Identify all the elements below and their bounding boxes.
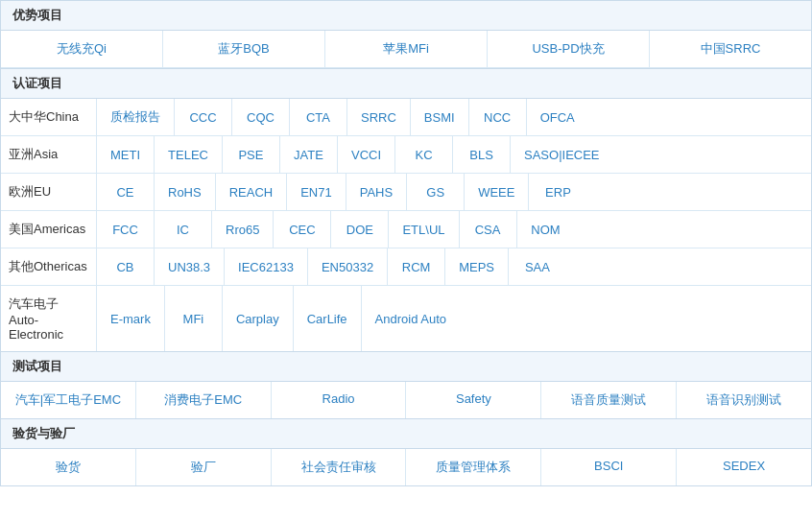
- cert-item[interactable]: SAA: [509, 248, 566, 285]
- cert-item[interactable]: GS: [407, 174, 465, 210]
- cert-item[interactable]: ERP: [529, 174, 586, 210]
- cert-row-label: 亚洲Asia: [1, 136, 97, 173]
- cert-item[interactable]: OFCA: [527, 99, 588, 135]
- cert-item[interactable]: PSE: [223, 136, 280, 173]
- advantage-item[interactable]: 苹果MFi: [325, 31, 488, 67]
- cert-item[interactable]: EN50332: [308, 248, 388, 285]
- certification-header: 认证项目: [1, 69, 811, 99]
- cert-item[interactable]: Android Auto: [362, 286, 460, 351]
- test-item[interactable]: 语音质量测试: [541, 382, 677, 418]
- cert-item[interactable]: CTA: [290, 99, 347, 135]
- cert-item[interactable]: DOE: [331, 211, 389, 248]
- certification-body: 大中华China质检报告CCCCQCCTASRRCBSMINCCOFCA亚洲As…: [1, 99, 811, 351]
- cert-item[interactable]: ETL\UL: [389, 211, 459, 248]
- cert-item[interactable]: IC: [155, 211, 212, 248]
- cert-item[interactable]: MEPS: [445, 248, 509, 285]
- cert-row: 汽车电子Auto-ElectronicE-markMFiCarplayCarLi…: [1, 286, 811, 351]
- cert-item[interactable]: Rro65: [212, 211, 274, 248]
- inspect-item[interactable]: 质量管理体系: [406, 449, 541, 485]
- cert-item[interactable]: RCM: [388, 248, 445, 285]
- cert-row: 其他OthericasCBUN38.3IEC62133EN50332RCMMEP…: [1, 248, 811, 286]
- testing-section: 测试项目 汽车|军工电子EMC消费电子EMCRadioSafety语音质量测试语…: [0, 352, 812, 419]
- cert-row: 欧洲EUCERoHSREACHEN71PAHSGSWEEEERP: [1, 174, 811, 211]
- cert-item[interactable]: BLS: [453, 136, 511, 173]
- cert-item[interactable]: CEC: [274, 211, 331, 248]
- testing-header: 测试项目: [1, 352, 811, 382]
- advantage-section: 优势项目 无线充Qi蓝牙BQB苹果MFiUSB-PD快充中国SRRC: [0, 0, 812, 69]
- cert-row: 大中华China质检报告CCCCQCCTASRRCBSMINCCOFCA: [1, 99, 811, 136]
- inspection-row: 验货验厂社会责任审核质量管理体系BSCISEDEX: [1, 449, 811, 485]
- cert-row-items: METITELECPSEJATEVCCIKCBLSSASO|IECEE: [97, 136, 811, 173]
- cert-item[interactable]: METI: [97, 136, 155, 173]
- cert-item[interactable]: CE: [97, 174, 155, 210]
- advantage-row: 无线充Qi蓝牙BQB苹果MFiUSB-PD快充中国SRRC: [1, 31, 811, 68]
- inspection-header: 验货与验厂: [1, 419, 811, 449]
- inspect-item[interactable]: 验厂: [136, 449, 272, 485]
- advantage-item[interactable]: 无线充Qi: [1, 31, 163, 67]
- cert-item[interactable]: UN38.3: [155, 248, 225, 285]
- cert-row-label: 欧洲EU: [1, 174, 97, 210]
- cert-item[interactable]: SASO|IECEE: [511, 136, 613, 173]
- cert-row: 亚洲AsiaMETITELECPSEJATEVCCIKCBLSSASO|IECE…: [1, 136, 811, 174]
- cert-item[interactable]: Carplay: [223, 286, 294, 351]
- cert-row-label: 美国Americas: [1, 211, 97, 248]
- cert-row-items: E-markMFiCarplayCarLifeAndroid Auto: [97, 286, 811, 351]
- cert-item[interactable]: E-mark: [97, 286, 165, 351]
- cert-item[interactable]: CarLife: [294, 286, 362, 351]
- cert-item[interactable]: VCCI: [338, 136, 395, 173]
- inspect-item[interactable]: 验货: [1, 449, 136, 485]
- cert-item[interactable]: CCC: [175, 99, 232, 135]
- cert-row-items: CBUN38.3IEC62133EN50332RCMMEPSSAA: [97, 248, 811, 285]
- advantage-item[interactable]: 中国SRRC: [650, 31, 811, 67]
- advantage-item[interactable]: USB-PD快充: [488, 31, 650, 67]
- cert-row-items: CERoHSREACHEN71PAHSGSWEEEERP: [97, 174, 811, 210]
- cert-item[interactable]: MFi: [165, 286, 223, 351]
- cert-item[interactable]: CQC: [232, 99, 290, 135]
- test-item[interactable]: 消费电子EMC: [136, 382, 272, 418]
- inspection-section: 验货与验厂 验货验厂社会责任审核质量管理体系BSCISEDEX: [0, 419, 812, 486]
- cert-row-label: 汽车电子Auto-Electronic: [1, 286, 97, 351]
- advantage-item[interactable]: 蓝牙BQB: [163, 31, 325, 67]
- cert-item[interactable]: EN71: [287, 174, 346, 210]
- advantage-header: 优势项目: [1, 1, 811, 31]
- cert-item[interactable]: NCC: [469, 99, 527, 135]
- test-item[interactable]: 语音识别测试: [677, 382, 811, 418]
- cert-item[interactable]: RoHS: [155, 174, 216, 210]
- test-item[interactable]: 汽车|军工电子EMC: [1, 382, 136, 418]
- cert-item[interactable]: IEC62133: [225, 248, 308, 285]
- cert-item[interactable]: REACH: [216, 174, 288, 210]
- cert-item[interactable]: BSMI: [411, 99, 469, 135]
- cert-row-label: 大中华China: [1, 99, 97, 135]
- cert-item[interactable]: TELEC: [155, 136, 223, 173]
- cert-item[interactable]: CSA: [460, 211, 517, 248]
- cert-row-label: 其他Othericas: [1, 248, 97, 285]
- cert-item[interactable]: WEEE: [465, 174, 529, 210]
- cert-item[interactable]: SRRC: [347, 99, 411, 135]
- inspect-item[interactable]: BSCI: [541, 449, 677, 485]
- inspect-item[interactable]: SEDEX: [677, 449, 811, 485]
- cert-row-items: 质检报告CCCCQCCTASRRCBSMINCCOFCA: [97, 99, 811, 135]
- cert-item[interactable]: FCC: [97, 211, 155, 248]
- cert-item[interactable]: JATE: [280, 136, 338, 173]
- testing-row: 汽车|军工电子EMC消费电子EMCRadioSafety语音质量测试语音识别测试: [1, 382, 811, 418]
- certification-section: 认证项目 大中华China质检报告CCCCQCCTASRRCBSMINCCOFC…: [0, 69, 812, 352]
- cert-item[interactable]: CB: [97, 248, 155, 285]
- test-item[interactable]: Radio: [272, 382, 407, 418]
- inspect-item[interactable]: 社会责任审核: [272, 449, 407, 485]
- cert-item[interactable]: PAHS: [346, 174, 407, 210]
- cert-item[interactable]: 质检报告: [97, 99, 175, 135]
- cert-row-items: FCCICRro65CECDOEETL\ULCSANOM: [97, 211, 811, 248]
- cert-item[interactable]: KC: [395, 136, 453, 173]
- test-item[interactable]: Safety: [406, 382, 541, 418]
- cert-item[interactable]: NOM: [517, 211, 575, 248]
- cert-row: 美国AmericasFCCICRro65CECDOEETL\ULCSANOM: [1, 211, 811, 248]
